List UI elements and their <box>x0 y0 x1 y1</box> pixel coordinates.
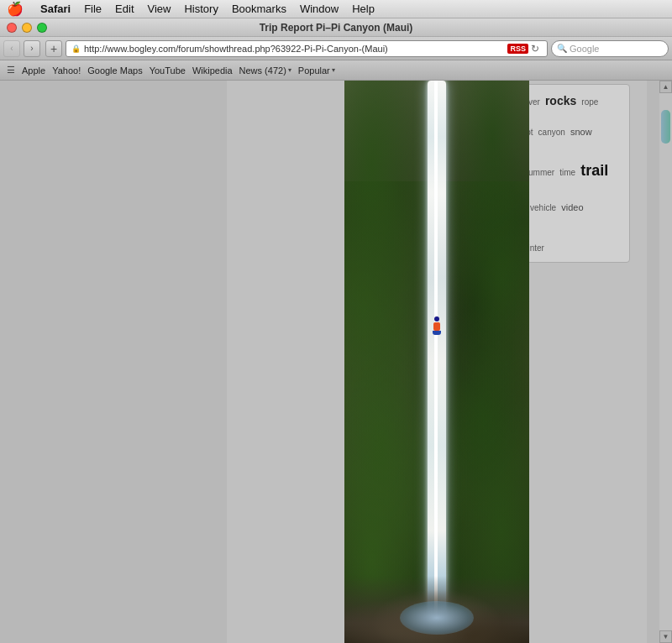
tag-snow[interactable]: snow <box>570 127 592 137</box>
menu-file[interactable]: File <box>77 0 108 18</box>
maximize-button[interactable] <box>37 23 47 33</box>
url-text: http://www.bogley.com/forum/showthread.p… <box>84 44 504 54</box>
bookmarks-bar: ☰ Apple Yahoo! Google Maps YouTube Wikip… <box>0 60 672 81</box>
bookmark-news[interactable]: News (472) ▾ <box>239 65 291 76</box>
waterfall-streak <box>434 81 438 643</box>
bookmark-youtube[interactable]: YouTube <box>150 65 186 76</box>
menu-history[interactable]: History <box>177 0 224 18</box>
menu-bar: 🍎 Safari File Edit View History Bookmark… <box>0 0 672 18</box>
minimize-button[interactable] <box>22 23 32 33</box>
bookmark-yahoo[interactable]: Yahoo! <box>52 65 81 76</box>
navigation-bar: ‹ › + 🔒 http://www.bogley.com/forum/show… <box>0 37 672 60</box>
news-arrow-icon: ▾ <box>288 66 291 74</box>
tag-vehicle[interactable]: vehicle <box>530 203 556 212</box>
page-scroll-area: point rappel river rocks rope ruins salt… <box>202 81 672 643</box>
refresh-button[interactable]: ↻ <box>528 42 542 55</box>
rappeller-head <box>434 316 439 322</box>
bookmark-popular[interactable]: Popular ▾ <box>298 65 335 76</box>
apple-menu[interactable]: 🍎 <box>7 1 24 17</box>
scroll-down-button[interactable]: ▼ <box>659 630 672 643</box>
close-button[interactable] <box>7 23 17 33</box>
tag-canyon[interactable]: canyon <box>538 128 565 137</box>
popular-arrow-icon: ▾ <box>332 66 335 74</box>
content-area: point rappel river rocks rope ruins salt… <box>0 81 672 643</box>
page-area: point rappel river rocks rope ruins salt… <box>202 81 672 643</box>
tag-time[interactable]: time <box>559 168 575 177</box>
rappeller-body <box>433 322 440 331</box>
news-label: News (472) <box>239 65 286 76</box>
menu-edit[interactable]: Edit <box>108 0 140 18</box>
popular-label: Popular <box>298 65 330 76</box>
tag-rocks[interactable]: rocks <box>545 94 576 107</box>
center-content: point rappel river rocks rope ruins salt… <box>227 81 647 643</box>
window-controls <box>7 23 47 33</box>
rappeller-legs <box>433 331 441 335</box>
scroll-up-button[interactable]: ▲ <box>659 81 672 93</box>
tag-trail[interactable]: trail <box>580 162 608 179</box>
bookmarks-icon: ☰ <box>7 65 15 76</box>
left-margin <box>202 81 227 643</box>
left-sidebar <box>0 81 202 643</box>
bookmark-wikipedia[interactable]: Wikipedia <box>192 65 233 76</box>
lock-icon: 🔒 <box>71 44 81 53</box>
address-bar[interactable]: 🔒 http://www.bogley.com/forum/showthread… <box>66 40 548 57</box>
rss-badge[interactable]: RSS <box>507 44 528 54</box>
search-bar[interactable]: 🔍 Google <box>551 40 669 57</box>
bookmark-google-maps[interactable]: Google Maps <box>87 65 142 76</box>
title-bar: Trip Report Pi–Pi Canyon (Maui) <box>0 18 672 37</box>
search-icon: 🔍 <box>557 44 567 53</box>
menu-bookmarks[interactable]: Bookmarks <box>225 0 293 18</box>
tag-video[interactable]: video <box>561 202 583 212</box>
water-pool <box>400 601 474 635</box>
tag-rope[interactable]: rope <box>581 97 598 107</box>
forward-button[interactable]: › <box>24 40 40 57</box>
waterfall-image <box>344 81 529 643</box>
page-title: Trip Report Pi–Pi Canyon (Maui) <box>260 22 413 34</box>
add-tab-button[interactable]: + <box>45 40 62 57</box>
menu-help[interactable]: Help <box>345 0 381 18</box>
menu-safari[interactable]: Safari <box>34 0 77 18</box>
scrollbar-track: ▲ ▼ <box>659 81 672 643</box>
bookmark-apple[interactable]: Apple <box>22 65 45 76</box>
right-margin: ▲ ▼ <box>647 81 672 643</box>
search-placeholder: Google <box>570 44 599 54</box>
menu-view[interactable]: View <box>141 0 178 18</box>
scrollbar-thumb[interactable] <box>661 110 670 144</box>
back-button[interactable]: ‹ <box>3 40 20 57</box>
menu-window[interactable]: Window <box>293 0 345 18</box>
rappeller-figure <box>431 316 443 333</box>
